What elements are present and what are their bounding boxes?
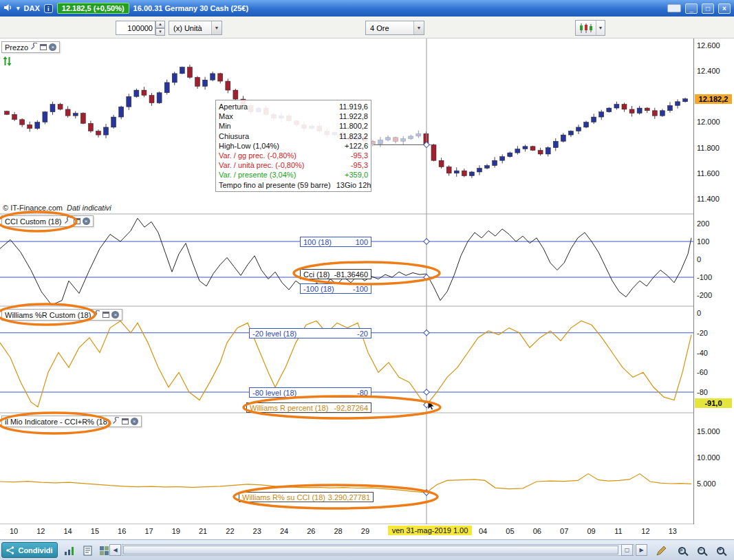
- tooltip-row: Var. / presente (3,04%)+359,0: [219, 170, 368, 180]
- time-tick-label: 17: [141, 527, 158, 535]
- tooltip-row: Max11.922,8: [219, 111, 368, 121]
- share-button-label: Condividi: [18, 546, 52, 554]
- wrench-icon[interactable]: [93, 310, 100, 319]
- price-panel-title: Prezzo: [5, 43, 28, 52]
- tooltip-row: Min11.800,2: [219, 121, 368, 131]
- price-alerts-icon[interactable]: [62, 544, 77, 557]
- draw-annotation-icon[interactable]: [654, 544, 669, 557]
- quantity-up-icon[interactable]: ▲: [155, 21, 165, 28]
- time-tick-label: 06: [529, 527, 546, 535]
- scroll-right-button[interactable]: ▶: [636, 544, 647, 556]
- copyright-note: © IT-Finance.comDati indicativi: [3, 204, 111, 212]
- tooltip-row: Var. / unità prec. (-0,80%)-95,3: [219, 160, 368, 170]
- zoom-selection-icon[interactable]: ⌕: [674, 544, 689, 557]
- cci-lower-level-label[interactable]: -100 (18)-100: [300, 283, 371, 294]
- popout-window-icon[interactable]: [40, 44, 47, 50]
- info-icon[interactable]: i: [44, 4, 53, 13]
- time-axis[interactable]: ven 31-mag-2019 1.00 1012141516171921222…: [0, 524, 734, 539]
- mouse-cursor-icon: [428, 400, 435, 410]
- time-tick-label: 15: [87, 527, 103, 535]
- time-tick-label: 21: [195, 527, 211, 535]
- crosshair-date-label: ven 31-mag-2019 1.00: [388, 526, 472, 535]
- quantity-down-icon[interactable]: ▼: [155, 28, 165, 36]
- price-axis[interactable]: 12.182,2 -91,0 12.60012.40012.00011.8001…: [693, 39, 734, 524]
- williams-current-value-badge: -91,0: [695, 398, 732, 408]
- time-tick-label: 11: [610, 527, 627, 535]
- time-tick-label: 23: [249, 527, 266, 535]
- zoom-in-icon[interactable]: +: [713, 544, 728, 557]
- williams-reading-label[interactable]: Williams R percent (18)-92,87264: [246, 402, 371, 413]
- close-button[interactable]: ×: [718, 3, 731, 14]
- unit-selector[interactable]: (x) Unità ▼: [169, 21, 222, 35]
- chart-style-button[interactable]: ▼: [575, 20, 605, 36]
- quantity-input[interactable]: [116, 21, 155, 35]
- williams-upper-level-label[interactable]: -20 level (18)-20: [249, 328, 371, 338]
- axis-tick-label: 100: [697, 237, 709, 246]
- axis-tick-label: -20: [697, 329, 708, 337]
- axis-tick-label: 11.800: [697, 144, 720, 152]
- news-icon[interactable]: [80, 544, 95, 557]
- keyboard-icon[interactable]: [667, 4, 681, 12]
- time-tick-label: 24: [276, 527, 292, 535]
- wrench-icon[interactable]: [30, 43, 38, 52]
- wrench-icon[interactable]: [64, 217, 72, 226]
- refresh-arrows-icon[interactable]: [3, 56, 12, 69]
- time-tick-label: 07: [556, 527, 572, 535]
- time-tick-label: 22: [222, 527, 238, 535]
- session-info: 16.00.31 Germany 30 Cash (25€): [133, 4, 249, 12]
- axis-tick-label: 200: [697, 219, 709, 228]
- quantity-stepper[interactable]: ▲▼: [155, 21, 165, 35]
- minimize-button[interactable]: _: [685, 3, 698, 14]
- instrument-dropdown-caret[interactable]: ▾: [17, 5, 20, 12]
- bar-info-tooltip: Apertura11.919,6Max11.922,8Min11.800,2Ch…: [215, 100, 371, 192]
- close-panel-icon[interactable]: ×: [83, 217, 90, 225]
- close-panel-icon[interactable]: ×: [111, 311, 119, 319]
- chevron-down-icon[interactable]: ▼: [211, 21, 222, 34]
- unit-selector-value: (x) Unità: [169, 24, 211, 32]
- cci-panel-title: CCI Custom (18): [5, 217, 62, 226]
- popout-window-icon[interactable]: [74, 218, 80, 224]
- time-tick-label: 16: [114, 527, 130, 535]
- time-tick-label: 26: [303, 527, 319, 535]
- restore-view-button[interactable]: ▢: [621, 544, 633, 556]
- axis-tick-label: -40: [697, 349, 708, 357]
- chart-canvas[interactable]: [0, 0, 734, 560]
- status-bar: Condividi ◀ ▢ ▶ ⌕ − +: [0, 539, 734, 560]
- time-tick-label: 29: [357, 527, 374, 535]
- speaker-icon[interactable]: [3, 3, 12, 13]
- time-tick-label: 12: [32, 527, 49, 535]
- scroll-left-button[interactable]: ◀: [109, 544, 121, 556]
- tooltip-row: Apertura11.919,6: [219, 102, 368, 111]
- time-tick-label: 04: [475, 527, 491, 535]
- popout-window-icon[interactable]: [122, 418, 129, 424]
- horizontal-scrollbar[interactable]: [122, 544, 634, 556]
- candlestick-style-icon: [576, 23, 596, 34]
- price-panel-tab: Prezzo ×: [1, 41, 60, 53]
- williams-lower-level-label[interactable]: -80 level (18)-80: [249, 387, 371, 398]
- axis-tick-label: 11.400: [697, 195, 720, 203]
- chevron-down-icon[interactable]: ▼: [596, 21, 605, 35]
- custom-reading-label[interactable]: Williams R% su CCI (18)3.290,27781: [239, 492, 374, 502]
- timeframe-selector[interactable]: 4 Ore ▼: [365, 21, 424, 35]
- custom-indicator-line: [0, 474, 691, 493]
- custom-panel-title: il Mio Indicatore - CCI+R% (18): [5, 418, 110, 426]
- cci-upper-level-label[interactable]: 100 (18)100: [300, 237, 371, 247]
- share-button[interactable]: Condividi: [1, 542, 58, 558]
- zoom-out-icon[interactable]: −: [693, 544, 709, 557]
- time-tick-label: 12: [637, 527, 654, 535]
- axis-tick-label: 11.600: [697, 169, 720, 177]
- trading-platform-window: ▾ DAX i 12.182,5 (+0,50%) 16.00.31 Germa…: [0, 0, 734, 560]
- close-panel-icon[interactable]: ×: [49, 43, 56, 51]
- axis-tick-label: 15.000: [697, 427, 720, 435]
- time-tick-label: 05: [501, 527, 518, 535]
- cci-panel-tab: CCI Custom (18) ×: [1, 215, 94, 227]
- scrollbar-thumb[interactable]: [123, 546, 618, 554]
- close-panel-icon[interactable]: ×: [131, 418, 138, 425]
- cci-reading-label[interactable]: Cci (18)-81,36460: [300, 269, 371, 279]
- share-icon: [6, 546, 14, 554]
- maximize-button[interactable]: □: [702, 3, 714, 14]
- popout-window-icon[interactable]: [102, 312, 109, 318]
- wrench-icon[interactable]: [112, 417, 120, 426]
- chevron-down-icon[interactable]: ▼: [413, 21, 424, 34]
- custom-panel-tab: il Mio Indicatore - CCI+R% (18) ×: [1, 416, 142, 427]
